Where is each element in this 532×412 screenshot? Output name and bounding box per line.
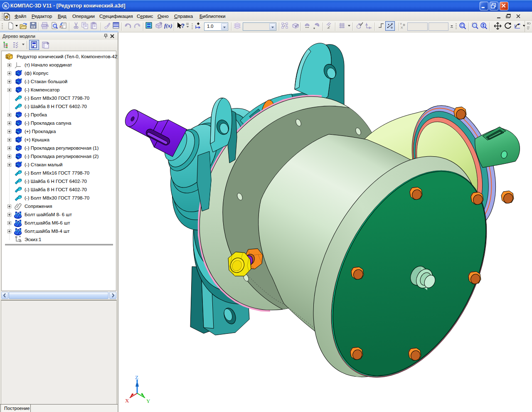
svg-text:X: X bbox=[401, 26, 403, 30]
svg-text:X: X bbox=[125, 397, 129, 404]
svg-text:Z: Z bbox=[135, 374, 138, 380]
svg-text:f(x): f(x) bbox=[164, 22, 172, 29]
svg-text:Y: Y bbox=[146, 398, 150, 404]
svg-text:Y: Y bbox=[400, 22, 402, 26]
svg-text:?: ? bbox=[181, 22, 185, 29]
svg-text:K: K bbox=[4, 3, 8, 8]
